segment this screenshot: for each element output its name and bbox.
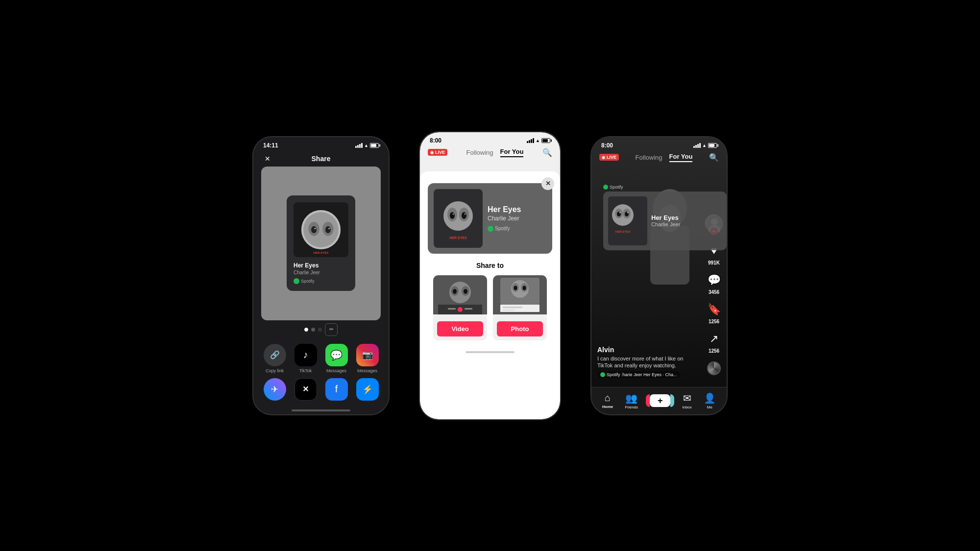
home-indicator-2 [466,351,514,353]
status-icons-3: ▲ [693,143,717,148]
nav-tabs-3: Following For You [636,153,693,162]
tab-following-3[interactable]: Following [636,154,662,161]
nav-friends[interactable]: 👥 Friends [625,392,638,409]
music-card-1: HER EYES Her Eyes Charlie Jeer Spotify [287,195,355,291]
status-icons-2: ▲ [527,138,550,143]
feed-username: Alvin [597,346,692,354]
svg-point-12 [450,212,455,219]
modal-spotify-logo [488,226,493,232]
svg-rect-25 [448,308,456,310]
signal-1 [355,143,363,148]
friends-icon: 👥 [625,392,637,404]
modal-close-button[interactable]: ✕ [541,177,554,190]
x-icon: ✕ [294,378,317,401]
svg-point-33 [523,286,526,290]
share-header: ✕ Share [253,151,389,167]
share-title: Share [312,155,331,163]
home-indicator-1 [292,409,350,411]
nav-inbox[interactable]: ✉ Inbox [682,392,692,409]
feed-spotify-music: Spotify :harie Jeer Her Eyes · Cha... [597,371,680,378]
spotify-badge-1: Spotify [294,278,348,284]
phone-2: 8:00 ▲ ◉ LIV [419,131,561,420]
photo-button[interactable]: Photo [497,321,543,336]
share-app-messages[interactable]: 💬 Messages [323,344,350,373]
dot-3[interactable] [318,328,322,332]
bookmark-icon: 🔖 [705,301,723,318]
modal-title: Her Eyes [488,205,546,214]
svg-rect-34 [500,305,539,312]
tab-foryou-2[interactable]: For You [500,148,524,157]
comment-button[interactable]: 💬 3456 [705,271,723,295]
live-label-2: LIVE [435,150,445,155]
time-1: 14:11 [263,142,278,149]
comment-count: 3456 [709,289,719,295]
share-card-area: HER EYES Her Eyes Charlie Jeer Spotify [261,167,381,320]
status-icons-1: ▲ [355,143,379,148]
feed-music-spotify-logo [600,372,605,377]
battery-2 [541,138,550,143]
feed-spotify-logo [603,185,608,190]
share-icon: ↗ [705,330,723,348]
share-app-facebook[interactable]: f [323,378,350,401]
feed-description: I can discover more of what I like on Ti… [597,355,692,369]
messages-icon: 💬 [325,344,348,366]
feed-music-text: Spotify :harie Jeer Her Eyes · Cha... [607,372,677,377]
search-button-3[interactable]: 🔍 [709,153,719,162]
share-count: 1256 [709,348,719,354]
nav-home[interactable]: ⌂ Home [602,392,613,409]
dot-2[interactable] [311,328,315,332]
svg-point-13 [462,212,466,219]
phone-3-screen: 8:00 ▲ ◉ LIV [591,137,727,414]
tab-following-2[interactable]: Following [466,149,493,156]
messenger-icon: ✈ [264,378,286,401]
status-bar-1: 14:11 ▲ [253,137,389,151]
inbox-label: Inbox [682,405,692,409]
tab-foryou-3[interactable]: For You [669,153,693,162]
nav-create[interactable]: + [650,394,670,407]
live-badge-3[interactable]: ◉ LIVE [599,154,619,161]
signal-2 [527,138,534,143]
signal-3 [693,143,701,148]
share-app-copylink[interactable]: 🔗 Copy link [261,344,288,373]
share-app-instagram[interactable]: 📷 Messages [354,344,381,373]
tiktok-nav-2: ◉ LIVE Following For You 🔍 [420,146,560,161]
live-badge-2[interactable]: ◉ LIVE [428,149,447,156]
phone-1: 14:11 ▲ ✕ Share [252,136,390,415]
modal-spotify-badge: Spotify [488,226,546,232]
share-apps-row1: 🔗 Copy link ♪ TikTok 💬 Messages 📷 Messag… [253,339,389,376]
modal-spotify-text: Spotify [495,226,510,231]
facebook-icon: f [325,378,348,401]
share-to-label: Share to [428,262,552,269]
svg-rect-36 [503,310,515,311]
battery-3 [708,143,717,148]
live-label-3: LIVE [607,155,616,160]
instagram-icon: 📷 [356,344,379,366]
share-option-video: Video [433,275,487,340]
svg-point-6 [314,228,316,229]
share-app-tiktok[interactable]: ♪ TikTok [292,344,319,373]
dot-1[interactable] [304,328,308,332]
battery-1 [370,143,379,148]
svg-point-21 [453,289,457,294]
close-button-1[interactable]: ✕ [261,152,274,165]
time-2: 8:00 [430,137,441,144]
share-app-fbmsg[interactable]: ⚡ [354,378,381,401]
svg-rect-35 [503,307,522,308]
like-count: 991K [708,260,720,265]
share-app-messages-label: Messages [326,368,346,373]
bookmark-button[interactable]: 🔖 1256 [705,301,723,324]
spotify-text-1: Spotify [301,279,315,284]
share-app-instagram-label: Messages [357,368,377,373]
share-app-messenger[interactable]: ✈ [261,378,288,401]
home-label: Home [602,405,613,409]
wifi-1: ▲ [364,143,368,148]
comment-icon: 💬 [705,271,723,289]
tiktok-nav-3: ◉ LIVE Following For You 🔍 [591,151,727,166]
share-app-x[interactable]: ✕ [292,378,319,401]
feed-bottom-info: Alvin I can discover more of what I like… [597,346,692,380]
edit-button[interactable]: ✏ [325,323,338,336]
video-button[interactable]: Video [437,321,483,336]
search-button-2[interactable]: 🔍 [542,148,552,157]
share-button-feed[interactable]: ↗ 1256 [705,330,723,354]
nav-me[interactable]: 👤 Me [704,392,716,409]
